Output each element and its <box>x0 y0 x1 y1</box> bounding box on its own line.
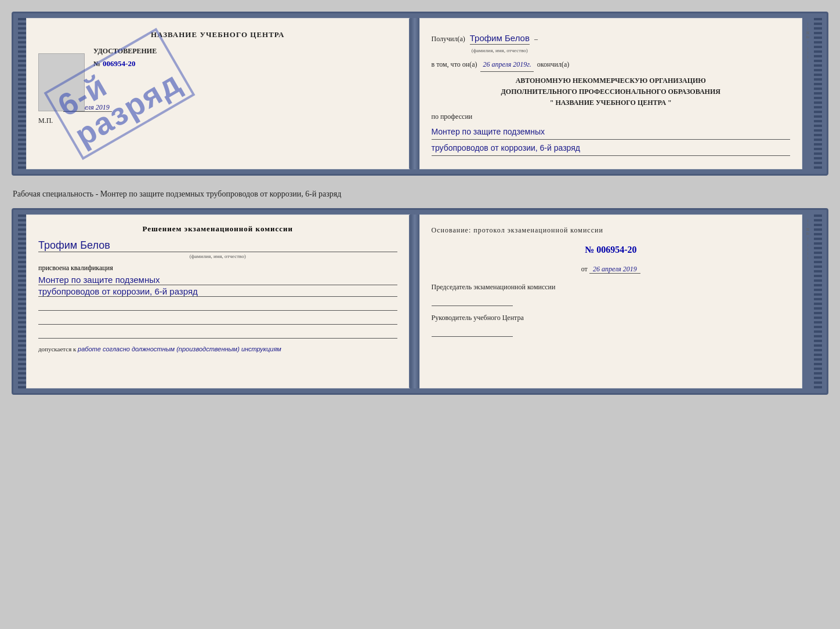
commission-sig-line <box>432 294 513 306</box>
top-certificate: НАЗВАНИЕ УЧЕБНОГО ЦЕНТРА 6-й разряд УДОС… <box>12 12 828 176</box>
blank-line-2 <box>38 313 397 325</box>
info-text: Рабочая специальность - Монтер по защите… <box>12 186 828 202</box>
cert-number: 006954-20 <box>103 59 135 68</box>
finished-label: окончил(а) <box>537 59 569 71</box>
right-border-strip <box>814 18 822 169</box>
assigned-qual-label: присвоена квалификация <box>38 264 397 272</box>
bottom-date-value: 26 апреля 2019 <box>589 265 640 274</box>
blank-line-3 <box>38 327 397 339</box>
bottom-person-hint: (фамилия, имя, отчество) <box>38 253 397 259</box>
issued-date-area: Выдано 26 апреля 2019 <box>38 103 397 112</box>
bottom-right-decorative-marks: – – и а ← – – – – <box>802 214 814 388</box>
date-prefix: в том, что он(а) <box>432 59 477 71</box>
cert-right-content: Получил(а) Трофим Белов (фамилия, имя, о… <box>432 30 791 156</box>
bottom-person-area: Трофим Белов (фамилия, имя, отчество) <box>38 239 397 259</box>
profession-area: по профессии Монтер по защите подземных … <box>432 111 791 156</box>
bottom-cert-right: Основание: протокол экзаменационной коми… <box>419 214 803 388</box>
qual-line2: трубопроводов от коррозии, 6-й разряд <box>38 286 397 297</box>
director-sig-line <box>432 325 513 337</box>
cert-spine <box>410 18 419 169</box>
допускается-text: работе согласно должностным (производств… <box>78 346 281 352</box>
bottom-date: от 26 апреля 2019 <box>432 263 791 276</box>
resolution-title: Решением экзаменационной комиссии <box>38 224 397 234</box>
top-cert-left: НАЗВАНИЕ УЧЕБНОГО ЦЕНТРА 6-й разряд УДОС… <box>26 18 410 169</box>
date-value: 26 апреля 2019г. <box>480 59 533 72</box>
profession-line2: трубопроводов от коррозии, 6-й разряд <box>432 141 791 156</box>
photo-placeholder <box>38 53 85 111</box>
commission-label: Председатель экзаменационной комиссии <box>432 282 791 292</box>
bottom-right-border-strip <box>814 214 822 388</box>
cert-number-prefix: № <box>93 60 100 68</box>
right-decorative-marks: – – и а ← – – – – <box>802 18 814 169</box>
signature-section: Председатель экзаменационной комиссии Ру… <box>432 282 791 337</box>
director-label: Руководитель учебного Центра <box>432 313 791 323</box>
recipient-line: Получил(а) Трофим Белов (фамилия, имя, о… <box>432 30 791 55</box>
bottom-cert-spine <box>410 214 419 388</box>
protocol-number: № 006954-20 <box>432 242 791 259</box>
mp-label: М.П. <box>38 117 397 125</box>
basis-title: Основание: протокол экзаменационной коми… <box>432 224 791 237</box>
org-line1: АВТОНОМНУЮ НЕКОММЕРЧЕСКУЮ ОРГАНИЗАЦИЮ <box>516 77 706 85</box>
profession-line1: Монтер по защите подземных <box>432 125 791 140</box>
org-text: АВТОНОМНУЮ НЕКОММЕРЧЕСКУЮ ОРГАНИЗАЦИЮ ДО… <box>432 75 791 109</box>
bottom-certificate: Решением экзаменационной комиссии Трофим… <box>12 208 828 395</box>
received-label: Получил(а) <box>432 33 465 46</box>
bottom-date-prefix: от <box>581 265 588 273</box>
допускается-area: допускается к работе согласно должностны… <box>38 346 397 352</box>
cert-label: УДОСТОВЕРЕНИЕ <box>93 47 157 55</box>
cert-number-area: УДОСТОВЕРЕНИЕ № 006954-20 <box>38 45 397 68</box>
date-line: в том, что он(а) 26 апреля 2019г. окончи… <box>432 59 791 72</box>
qual-line1: Монтер по защите подземных <box>38 275 397 285</box>
bottom-cert-left: Решением экзаменационной комиссии Трофим… <box>26 214 410 388</box>
bottom-person-name: Трофим Белов <box>38 239 397 252</box>
допускается-prefix: допускается к <box>38 346 76 352</box>
left-border-strip <box>18 18 26 169</box>
recipient-hint: (фамилия, имя, отчество) <box>470 46 530 55</box>
top-cert-right: Получил(а) Трофим Белов (фамилия, имя, о… <box>419 18 803 169</box>
profession-label: по профессии <box>432 112 473 121</box>
recipient-name: Трофим Белов <box>470 33 530 45</box>
blank-line-1 <box>38 299 397 311</box>
org-line3: " НАЗВАНИЕ УЧЕБНОГО ЦЕНТРА " <box>550 99 672 107</box>
org-line2: ДОПОЛНИТЕЛЬНОГО ПРОФЕССИОНАЛЬНОГО ОБРАЗО… <box>501 88 720 96</box>
top-cert-title: НАЗВАНИЕ УЧЕБНОГО ЦЕНТРА <box>38 30 397 39</box>
bottom-left-border-strip <box>18 214 26 388</box>
